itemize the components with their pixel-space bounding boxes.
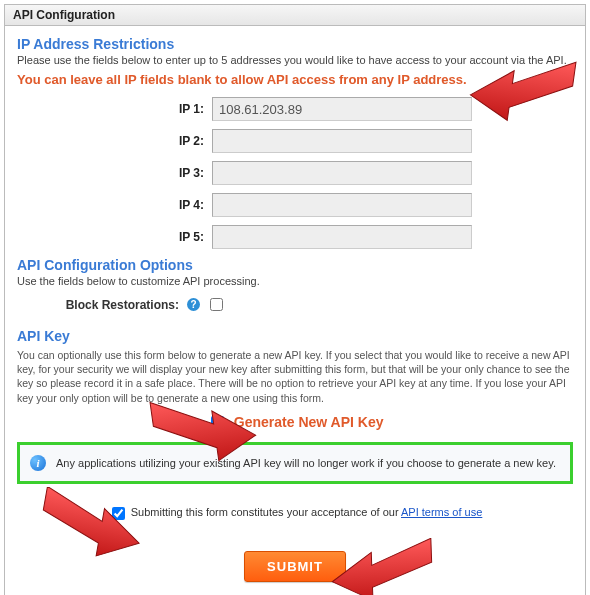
terms-text: Submitting this form constitutes your ac… xyxy=(131,506,401,518)
terms-link[interactable]: API terms of use xyxy=(401,506,482,518)
ip4-input[interactable] xyxy=(212,193,472,217)
panel-title: API Configuration xyxy=(5,5,585,26)
ip3-label: IP 3: xyxy=(17,166,212,180)
ip5-input[interactable] xyxy=(212,225,472,249)
ip1-input[interactable] xyxy=(212,97,472,121)
ip-restrictions-subtitle: Please use the fields below to enter up … xyxy=(17,54,573,66)
info-icon: i xyxy=(30,455,46,471)
submit-button[interactable]: SUBMIT xyxy=(244,551,346,582)
options-title: API Configuration Options xyxy=(17,257,573,273)
options-subtitle: Use the fields below to customize API pr… xyxy=(17,275,573,287)
generate-key-checkbox[interactable] xyxy=(211,416,224,429)
block-restorations-label: Block Restorations: xyxy=(17,298,185,312)
help-icon[interactable]: ? xyxy=(187,298,200,311)
api-config-panel: API Configuration IP Address Restriction… xyxy=(4,4,586,595)
generate-key-label: Generate New API Key xyxy=(234,414,384,430)
info-box-text: Any applications utilizing your existing… xyxy=(56,457,556,469)
ip-restrictions-warning: You can leave all IP fields blank to all… xyxy=(17,72,573,87)
api-key-title: API Key xyxy=(17,328,573,344)
ip2-input[interactable] xyxy=(212,129,472,153)
ip5-label: IP 5: xyxy=(17,230,212,244)
api-key-paragraph: You can optionally use this form below t… xyxy=(17,348,573,405)
ip4-label: IP 4: xyxy=(17,198,212,212)
block-restorations-checkbox[interactable] xyxy=(210,298,223,311)
info-box: i Any applications utilizing your existi… xyxy=(17,442,573,484)
ip1-label: IP 1: xyxy=(17,102,212,116)
terms-checkbox[interactable] xyxy=(112,507,125,520)
ip3-input[interactable] xyxy=(212,161,472,185)
ip-restrictions-title: IP Address Restrictions xyxy=(17,36,573,52)
ip2-label: IP 2: xyxy=(17,134,212,148)
